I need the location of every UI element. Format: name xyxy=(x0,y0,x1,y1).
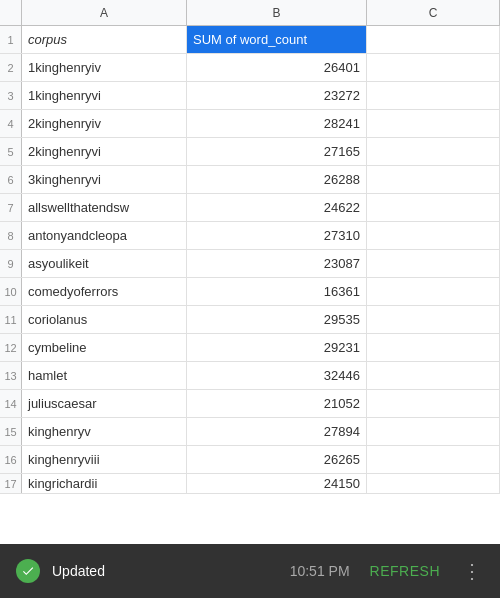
row-number: 14 xyxy=(0,390,22,417)
row-number: 17 xyxy=(0,474,22,493)
value-cell[interactable]: 27894 xyxy=(187,418,367,445)
corpus-cell[interactable]: antonyandcleopa xyxy=(22,222,187,249)
corpus-cell[interactable]: 2kinghenryvi xyxy=(22,138,187,165)
corpus-cell[interactable]: 2kinghenryiv xyxy=(22,110,187,137)
value-cell[interactable]: 26288 xyxy=(187,166,367,193)
c-cell xyxy=(367,54,500,81)
corpus-cell[interactable]: coriolanus xyxy=(22,306,187,333)
row-number: 1 xyxy=(0,26,22,53)
table-row: 15 kinghenryv 27894 xyxy=(0,418,500,446)
c-cell xyxy=(367,474,500,493)
table-row: 16 kinghenryviii 26265 xyxy=(0,446,500,474)
table-row: 1 corpus SUM of word_count xyxy=(0,26,500,54)
value-cell[interactable]: 16361 xyxy=(187,278,367,305)
corpus-cell[interactable]: 1kinghenryiv xyxy=(22,54,187,81)
value-cell[interactable]: 29535 xyxy=(187,306,367,333)
row-number: 13 xyxy=(0,362,22,389)
value-cell[interactable]: 26401 xyxy=(187,54,367,81)
notification-status: Updated xyxy=(52,563,270,579)
row-number: 10 xyxy=(0,278,22,305)
row-number: 3 xyxy=(0,82,22,109)
c-cell xyxy=(367,362,500,389)
value-cell[interactable]: 23272 xyxy=(187,82,367,109)
c-cell xyxy=(367,334,500,361)
status-icon xyxy=(16,559,40,583)
column-headers: A B C xyxy=(0,0,500,26)
value-cell[interactable]: 26265 xyxy=(187,446,367,473)
row-number: 11 xyxy=(0,306,22,333)
value-cell[interactable]: 27165 xyxy=(187,138,367,165)
c-cell xyxy=(367,194,500,221)
row-number: 7 xyxy=(0,194,22,221)
corpus-cell[interactable]: hamlet xyxy=(22,362,187,389)
table-row: 6 3kinghenryvi 26288 xyxy=(0,166,500,194)
c-cell xyxy=(367,138,500,165)
row-number: 16 xyxy=(0,446,22,473)
row-number: 4 xyxy=(0,110,22,137)
corpus-cell[interactable]: 3kinghenryvi xyxy=(22,166,187,193)
col-header-a[interactable]: A xyxy=(22,0,187,25)
row-number: 15 xyxy=(0,418,22,445)
value-cell[interactable]: 27310 xyxy=(187,222,367,249)
value-cell[interactable]: 29231 xyxy=(187,334,367,361)
c-cell xyxy=(367,222,500,249)
corpus-cell[interactable]: cymbeline xyxy=(22,334,187,361)
c-cell xyxy=(367,390,500,417)
table-row: 9 asyoulikeit 23087 xyxy=(0,250,500,278)
table-row: 3 1kinghenryvi 23272 xyxy=(0,82,500,110)
c-cell xyxy=(367,82,500,109)
row-number: 8 xyxy=(0,222,22,249)
corpus-cell[interactable]: 1kinghenryvi xyxy=(22,82,187,109)
c-cell xyxy=(367,446,500,473)
table-row: 8 antonyandcleopa 27310 xyxy=(0,222,500,250)
table-row: 11 coriolanus 29535 xyxy=(0,306,500,334)
header-corpus-cell[interactable]: corpus xyxy=(22,26,187,53)
value-cell[interactable]: 32446 xyxy=(187,362,367,389)
value-cell[interactable]: 23087 xyxy=(187,250,367,277)
corpus-cell[interactable]: kingrichardii xyxy=(22,474,187,493)
value-cell[interactable]: 24150 xyxy=(187,474,367,493)
col-header-b[interactable]: B xyxy=(187,0,367,25)
row-number: 2 xyxy=(0,54,22,81)
table-row: 2 1kinghenryiv 26401 xyxy=(0,54,500,82)
notification-time: 10:51 PM xyxy=(290,563,350,579)
corpus-cell[interactable]: juliuscaesar xyxy=(22,390,187,417)
refresh-button[interactable]: Refresh xyxy=(362,559,448,583)
header-c-cell xyxy=(367,26,500,53)
table-row: 17 kingrichardii 24150 xyxy=(0,474,500,494)
col-header-c[interactable]: C xyxy=(367,0,500,25)
corpus-cell[interactable]: kinghenryviii xyxy=(22,446,187,473)
table-row: 10 comedyoferrors 16361 xyxy=(0,278,500,306)
corpus-cell[interactable]: allswellthatendsw xyxy=(22,194,187,221)
header-sum-cell[interactable]: SUM of word_count xyxy=(187,26,367,53)
c-cell xyxy=(367,166,500,193)
table-row: 13 hamlet 32446 xyxy=(0,362,500,390)
row-number: 9 xyxy=(0,250,22,277)
corpus-cell[interactable]: comedyoferrors xyxy=(22,278,187,305)
value-cell[interactable]: 24622 xyxy=(187,194,367,221)
c-cell xyxy=(367,250,500,277)
notification-bar: Updated 10:51 PM Refresh ⋮ xyxy=(0,544,500,598)
c-cell xyxy=(367,418,500,445)
table-row: 7 allswellthatendsw 24622 xyxy=(0,194,500,222)
more-options-icon[interactable]: ⋮ xyxy=(460,559,484,583)
data-rows: 1 corpus SUM of word_count 2 1kinghenryi… xyxy=(0,26,500,494)
value-cell[interactable]: 21052 xyxy=(187,390,367,417)
corpus-cell[interactable]: asyoulikeit xyxy=(22,250,187,277)
row-number: 6 xyxy=(0,166,22,193)
table-row: 4 2kinghenryiv 28241 xyxy=(0,110,500,138)
spreadsheet: A B C 1 corpus SUM of word_count 2 1king… xyxy=(0,0,500,598)
row-number: 5 xyxy=(0,138,22,165)
c-cell xyxy=(367,278,500,305)
c-cell xyxy=(367,110,500,137)
corpus-cell[interactable]: kinghenryv xyxy=(22,418,187,445)
table-row: 12 cymbeline 29231 xyxy=(0,334,500,362)
table-row: 14 juliuscaesar 21052 xyxy=(0,390,500,418)
c-cell xyxy=(367,306,500,333)
value-cell[interactable]: 28241 xyxy=(187,110,367,137)
row-number: 12 xyxy=(0,334,22,361)
row-num-spacer xyxy=(0,0,22,25)
table-row: 5 2kinghenryvi 27165 xyxy=(0,138,500,166)
